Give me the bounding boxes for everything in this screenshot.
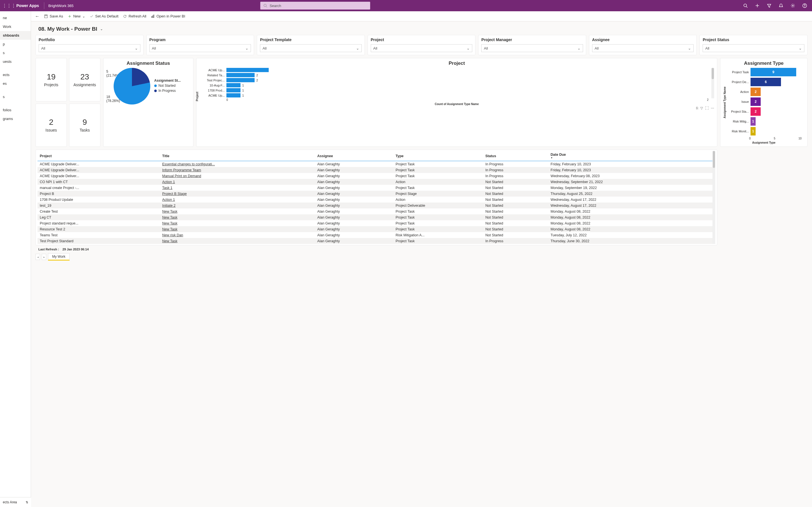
table-cell[interactable]: New Task bbox=[160, 238, 315, 244]
table-row[interactable]: Create TestNew TaskAlan GeraghtyProject … bbox=[38, 209, 712, 214]
bar-row[interactable]: Related Ta...2 bbox=[203, 73, 711, 77]
app-launcher-icon[interactable]: ⋮⋮⋮ bbox=[2, 3, 13, 8]
table-cell[interactable]: Task 1 bbox=[160, 185, 315, 191]
environment-name[interactable]: BrightWork 365 bbox=[47, 4, 75, 8]
more-icon[interactable]: ⋯ bbox=[711, 106, 714, 110]
tab-next[interactable]: ▸ bbox=[42, 254, 46, 260]
sidebar-item[interactable]: shboards bbox=[0, 31, 31, 40]
filter-icon[interactable] bbox=[764, 0, 774, 11]
bar-row[interactable]: Project De...6 bbox=[726, 78, 804, 86]
column-header[interactable]: Date Due▼ bbox=[548, 151, 712, 161]
table-cell[interactable]: Essential changes to configurati... bbox=[160, 161, 315, 167]
column-header[interactable]: Project bbox=[38, 151, 160, 161]
table-cell[interactable]: New Task bbox=[160, 214, 315, 220]
bar-row[interactable]: Action2 bbox=[726, 88, 804, 96]
sidebar-item[interactable]: ne bbox=[0, 13, 31, 22]
legend-item-not-started[interactable]: Not Started bbox=[154, 83, 185, 88]
bar-row[interactable]: Risk Monit...1 bbox=[726, 127, 804, 135]
kpi-card[interactable]: 23Assignments bbox=[69, 58, 100, 101]
column-header[interactable]: Status bbox=[483, 151, 548, 161]
table-row[interactable]: Resource Test 2New TaskAlan GeraghtyProj… bbox=[38, 226, 712, 232]
open-powerbi-button[interactable]: Open in Power BI bbox=[151, 14, 185, 18]
table-cell[interactable]: New risk Dan bbox=[160, 232, 315, 238]
sidebar-item[interactable] bbox=[0, 66, 31, 70]
focus-icon[interactable]: ⛶ bbox=[705, 106, 709, 110]
table-row[interactable]: ACME Upgrade Deliver...Inform Programme … bbox=[38, 167, 712, 173]
table-cell[interactable]: Action 1 bbox=[160, 179, 315, 185]
table-row[interactable]: Test Project StandardNew TaskAlan Geragh… bbox=[38, 238, 712, 244]
table-row[interactable]: Project BProject B StageAlan GeraghtyPro… bbox=[38, 191, 712, 196]
nav-area-switcher[interactable]: ects Area ⇅ bbox=[0, 497, 31, 507]
filter-dropdown[interactable]: All⌄ bbox=[149, 44, 251, 52]
sidebar-item[interactable]: s bbox=[0, 93, 31, 101]
add-icon[interactable] bbox=[752, 0, 762, 11]
table-row[interactable]: CO NPI 1 with CTAction 1Alan GeraghtyAct… bbox=[38, 179, 712, 185]
sidebar-item[interactable]: ects bbox=[0, 70, 31, 79]
filter-dropdown[interactable]: All⌄ bbox=[592, 44, 694, 52]
table-row[interactable]: Leg CTNew TaskAlan GeraghtyProject TaskN… bbox=[38, 214, 712, 220]
filter-dropdown[interactable]: All⌄ bbox=[260, 44, 362, 52]
assignments-table[interactable]: ProjectTitleAssigneeTypeStatusDate Due▼ … bbox=[38, 151, 712, 244]
bar-row[interactable]: 1708 Prod...1 bbox=[203, 88, 711, 93]
sidebar-item[interactable] bbox=[0, 101, 31, 106]
table-cell[interactable]: Inform Programme Team bbox=[160, 167, 315, 173]
bar-row[interactable]: ACME Up...1 bbox=[203, 93, 711, 98]
sidebar-item[interactable]: folios bbox=[0, 106, 31, 114]
table-cell[interactable]: Initiate 2 bbox=[160, 203, 315, 209]
filter-dropdown[interactable]: All⌄ bbox=[371, 44, 472, 52]
sidebar-item[interactable]: s bbox=[0, 48, 31, 57]
table-cell[interactable]: New Task bbox=[160, 209, 315, 214]
legend-item-in-progress[interactable]: In Progress bbox=[154, 89, 185, 93]
column-header[interactable]: Type bbox=[393, 151, 483, 161]
table-cell[interactable]: New Task bbox=[160, 220, 315, 226]
bar-row[interactable]: Test Projec...2 bbox=[203, 78, 711, 82]
help-icon[interactable] bbox=[800, 0, 810, 11]
bar-row[interactable]: 10-Aug-F...1 bbox=[203, 83, 711, 87]
table-row[interactable]: ACME Upgrade Deliver...Essential changes… bbox=[38, 161, 712, 167]
sidebar-item[interactable] bbox=[0, 88, 31, 93]
table-row[interactable]: manual create Project -...Task 1Alan Ger… bbox=[38, 185, 712, 191]
new-button[interactable]: New ⌄ bbox=[68, 14, 85, 18]
kpi-card[interactable]: 19Projects bbox=[36, 58, 67, 101]
table-row[interactable]: 1708 Product UpdateAction 1Alan Geraghty… bbox=[38, 196, 712, 203]
bar-row[interactable]: ACME Up... bbox=[203, 68, 711, 72]
scrollbar[interactable] bbox=[712, 151, 715, 244]
table-row[interactable]: Teams TestNew risk DanAlan GeraghtyRisk … bbox=[38, 232, 712, 238]
notification-icon[interactable] bbox=[776, 0, 786, 11]
kpi-card[interactable]: 9Tasks bbox=[69, 104, 100, 147]
save-as-button[interactable]: Save As bbox=[44, 14, 63, 18]
refresh-all-button[interactable]: Refresh All bbox=[123, 14, 146, 18]
column-header[interactable]: Title bbox=[160, 151, 315, 161]
bar-row[interactable]: Project Sta...2 bbox=[726, 107, 804, 116]
view-selector-chevron-icon[interactable]: ⌄ bbox=[100, 27, 103, 31]
table-cell[interactable]: Action 1 bbox=[160, 196, 315, 203]
table-row[interactable]: test_19Initiate 2Alan GeraghtyProject De… bbox=[38, 203, 712, 209]
settings-icon[interactable] bbox=[788, 0, 798, 11]
filter-dropdown[interactable]: All⌄ bbox=[703, 44, 804, 52]
back-button[interactable]: ← bbox=[35, 14, 40, 19]
set-default-button[interactable]: Set As Default bbox=[90, 14, 118, 18]
bar-row[interactable]: Issue2 bbox=[726, 98, 804, 106]
table-cell[interactable]: Project B Stage bbox=[160, 191, 315, 196]
table-cell[interactable]: New Task bbox=[160, 226, 315, 232]
sidebar-item[interactable]: uests bbox=[0, 57, 31, 66]
copy-icon[interactable]: ⎘ bbox=[696, 106, 698, 110]
table-row[interactable]: ACME Upgrade Deliver...Manual Print on D… bbox=[38, 173, 712, 179]
sheet-tab-my-work[interactable]: My Work bbox=[48, 253, 70, 261]
column-header[interactable]: Assignee bbox=[315, 151, 393, 161]
sidebar-item[interactable]: grams bbox=[0, 114, 31, 123]
table-cell[interactable]: Manual Print on Demand bbox=[160, 173, 315, 179]
kpi-card[interactable]: 2Issues bbox=[36, 104, 67, 147]
scrollbar[interactable] bbox=[711, 68, 714, 98]
search-icon-btn[interactable] bbox=[741, 0, 751, 11]
sidebar-item[interactable]: es bbox=[0, 79, 31, 88]
filter-dropdown[interactable]: All⌄ bbox=[481, 44, 583, 52]
filter-icon[interactable]: ▽ bbox=[700, 106, 703, 110]
tab-prev[interactable]: ◂ bbox=[36, 254, 40, 260]
search-input[interactable]: Search bbox=[260, 2, 370, 10]
table-row[interactable]: Project standard reque...New TaskAlan Ge… bbox=[38, 220, 712, 226]
sidebar-item[interactable]: p bbox=[0, 40, 31, 48]
sidebar-item[interactable]: Work bbox=[0, 22, 31, 31]
bar-row[interactable]: Project Task9 bbox=[726, 68, 804, 76]
bar-row[interactable]: Risk Mitig...1 bbox=[726, 117, 804, 126]
